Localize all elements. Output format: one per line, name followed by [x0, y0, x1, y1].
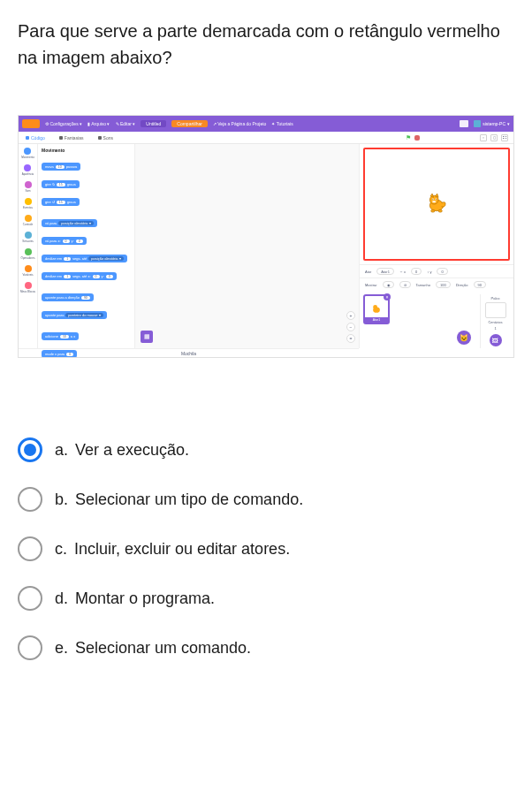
option-a-text: Ver a execução.: [75, 441, 189, 460]
size-input[interactable]: 100: [436, 281, 451, 288]
cat-som[interactable]: Som: [25, 181, 32, 193]
editor-content: Movimento Aparência Som Eventos Controle…: [19, 144, 513, 348]
stage-large-button[interactable]: ◻: [490, 134, 498, 141]
cat-sensores[interactable]: Sensores: [22, 232, 34, 243]
zoom-in-button[interactable]: +: [346, 311, 355, 320]
block-palette: Movimento mova10passos gire ↻15graus gir…: [38, 144, 135, 348]
scratch-topbar: ⚙ Configurações ▾ ▮ Arquivo ▾ ✎ Editar ▾…: [19, 116, 513, 132]
scratch-screenshot: ⚙ Configurações ▾ ▮ Arquivo ▾ ✎ Editar ▾…: [18, 115, 514, 358]
hide-button[interactable]: ⊘: [399, 281, 411, 288]
tab-sounds[interactable]: Sons: [91, 135, 120, 141]
project-title[interactable]: Untitled: [141, 120, 166, 127]
zoom-out-button[interactable]: −: [346, 323, 355, 331]
option-d[interactable]: d.Montar o programa.: [18, 586, 514, 611]
direction-input[interactable]: 90: [474, 281, 486, 288]
project-page-link[interactable]: ↗ Veja a Página do Projeto: [213, 121, 266, 126]
cat-meus-blocos[interactable]: Meus Blocos: [20, 282, 35, 293]
cat-controle[interactable]: Controle: [23, 215, 33, 226]
svg-point-7: [436, 199, 437, 200]
option-e-text: Selecionar um comando.: [75, 639, 251, 658]
svg-point-12: [373, 305, 377, 309]
scratch-logo: [22, 119, 40, 128]
svg-point-9: [431, 209, 435, 212]
sprite-info-row1: Ator Ator1 ↔ x0 ↕ y0: [360, 264, 513, 278]
option-c-text: Incluir, excluir ou editar atores.: [74, 540, 290, 559]
block-change-x[interactable]: adicione10a x: [42, 332, 79, 340]
option-c[interactable]: c.Incluir, excluir ou editar atores.: [18, 536, 514, 561]
tab-costumes[interactable]: Fantasias: [52, 135, 91, 141]
option-b-letter: b.: [55, 491, 68, 509]
svg-point-5: [432, 199, 433, 200]
block-glide-to[interactable]: deslize em1segs. atéposição aleatória ▾: [42, 255, 127, 262]
menu-file[interactable]: ▮ Arquivo ▾: [87, 121, 110, 126]
show-button[interactable]: ◉: [383, 281, 394, 288]
svg-point-8: [432, 201, 436, 202]
scratch-cat-sprite: [424, 192, 449, 217]
block-glide-xy[interactable]: deslize em1segs. até x:0y:0: [42, 272, 117, 280]
menu-settings[interactable]: ⚙ Configurações ▾: [45, 121, 82, 126]
add-extension-button[interactable]: ▦: [141, 331, 153, 343]
stage-panel: Ator Ator1 ↔ x0 ↕ y0 Mostrar ◉ ⊘ Tamanho…: [359, 144, 513, 348]
scripts-canvas[interactable]: ▦ + − =: [135, 144, 359, 348]
cat-variaveis[interactable]: Variáveis: [22, 265, 33, 277]
radio-c[interactable]: [18, 536, 42, 561]
sprite-info-row2: Mostrar ◉ ⊘ Tamanho100 Direção90: [360, 278, 513, 291]
sprite-list: × Ator1 🐱 Palco Cenários 1: [360, 291, 513, 352]
block-turn-ccw[interactable]: gire ↺15graus: [42, 198, 80, 206]
category-strip: Movimento Aparência Som Eventos Controle…: [19, 144, 38, 348]
stage-area: [363, 148, 510, 261]
block-move[interactable]: mova10passos: [42, 163, 80, 171]
backpack-bar[interactable]: Mochila: [19, 348, 359, 357]
stop-icon[interactable]: [414, 135, 420, 141]
radio-a[interactable]: [18, 437, 42, 462]
block-goto-xy[interactable]: vá para x:0y:0: [42, 237, 87, 245]
fullscreen-button[interactable]: ⛶: [501, 134, 508, 141]
cat-operadores[interactable]: Operadores: [21, 248, 35, 260]
svg-point-10: [438, 209, 442, 212]
delete-sprite-icon[interactable]: ×: [384, 293, 391, 300]
block-turn-cw[interactable]: gire ↻15graus: [42, 180, 80, 188]
radio-b[interactable]: [18, 487, 42, 512]
stage-thumbnail[interactable]: [485, 302, 506, 318]
option-a-letter: a.: [55, 441, 68, 460]
option-d-letter: d.: [55, 589, 68, 608]
option-e[interactable]: e.Selecionar um comando.: [18, 635, 514, 660]
radio-d[interactable]: [18, 586, 42, 611]
block-point-dir[interactable]: aponte para a direção90: [42, 293, 94, 301]
cat-eventos[interactable]: Eventos: [23, 198, 33, 209]
folder-icon[interactable]: [460, 120, 468, 127]
option-b-text: Selecionar um tipo de comando.: [75, 491, 303, 509]
share-button[interactable]: Compartilhar: [171, 120, 208, 127]
option-d-text: Montar o programa.: [75, 589, 215, 608]
stage-small-button[interactable]: ▫: [480, 134, 487, 141]
tutorials-button[interactable]: ✦ Tutoriais: [271, 121, 293, 126]
zoom-reset-button[interactable]: =: [346, 334, 355, 343]
answer-options: a.Ver a execução. b.Selecionar um tipo d…: [18, 437, 514, 660]
palette-title: Movimento: [42, 148, 131, 153]
sprite-x-input[interactable]: 0: [411, 268, 422, 275]
block-goto-random[interactable]: vá paraposição aleatória ▾: [42, 219, 97, 227]
tab-code[interactable]: Código: [19, 135, 52, 141]
menu-edit[interactable]: ✎ Editar ▾: [116, 121, 136, 126]
stage-thumbnail-panel: Palco Cenários 1 🖼: [480, 294, 510, 348]
green-flag-icon[interactable]: ⚑: [406, 134, 411, 141]
sprite-name-input[interactable]: Ator1: [376, 268, 394, 275]
avatar-icon: [474, 120, 481, 127]
editor-tabs: Código Fantasias Sons ⚑ ▫ ◻ ⛶: [19, 132, 513, 144]
block-point-towards[interactable]: aponte paraponteiro do mouse ▾: [42, 311, 107, 319]
add-backdrop-button[interactable]: 🖼: [490, 334, 502, 346]
radio-e[interactable]: [18, 635, 42, 660]
cat-movimento[interactable]: Movimento: [21, 148, 34, 159]
option-e-letter: e.: [55, 639, 68, 658]
cat-aparencia[interactable]: Aparência: [22, 164, 34, 176]
sprite-thumbnail[interactable]: × Ator1: [363, 294, 390, 324]
question-text: Para que serve a parte demarcada com o r…: [18, 18, 514, 71]
option-c-letter: c.: [55, 540, 67, 559]
user-menu[interactable]: sistemp-PC ▾: [474, 120, 510, 127]
option-b[interactable]: b.Selecionar um tipo de comando.: [18, 487, 514, 512]
option-a[interactable]: a.Ver a execução.: [18, 437, 514, 462]
add-sprite-button[interactable]: 🐱: [457, 331, 471, 345]
sprite-y-input[interactable]: 0: [437, 268, 447, 275]
